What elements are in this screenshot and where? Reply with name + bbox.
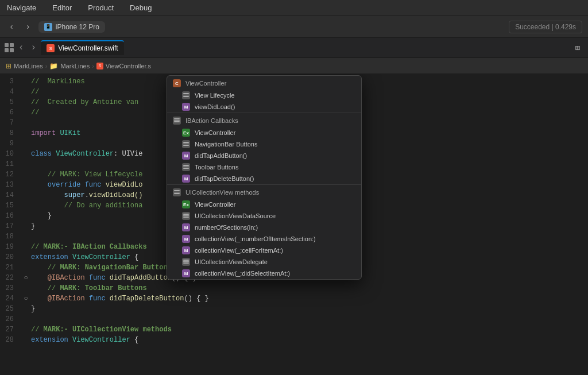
popup-item-didtapadd[interactable]: M didTapAddButton()	[167, 150, 361, 161]
badge-list-icon-7	[182, 258, 190, 266]
breadcrumb-viewcontroller[interactable]: S ViewController.s	[96, 63, 151, 69]
tab-viewcontroller[interactable]: S ViewController.swift	[41, 40, 123, 55]
popup-header-ibaction[interactable]: IBAction Callbacks	[167, 113, 361, 127]
code-line: 26	[0, 314, 588, 324]
code-line: 28 extension ViewController {	[0, 335, 588, 345]
popup-item-label: UICollectionViewDataSource	[195, 212, 276, 219]
popup-section-1: C ViewController View Lifecycle M viewDi…	[167, 76, 361, 113]
popup-item-label: numberOfSections(in:)	[195, 224, 258, 231]
code-line: 25 }	[0, 304, 588, 314]
swift-file-icon: S	[47, 44, 55, 52]
build-status: Succeeded | 0.429s	[509, 21, 582, 33]
device-name: iPhone 12 Pro	[56, 23, 99, 31]
popup-item-label: Toolbar Buttons	[195, 164, 238, 171]
code-editor[interactable]: 3 // MarkLines 4 // 5 // Created by Anto…	[0, 74, 588, 375]
assistant-editor-btn[interactable]: ⊞	[572, 41, 583, 55]
breadcrumb-sep-2: ›	[92, 63, 94, 69]
badge-list-icon	[182, 91, 190, 99]
tab-label: ViewController.swift	[58, 44, 118, 52]
popup-item-label: didTapDeleteButton()	[195, 175, 254, 182]
badge-m-icon-2: M	[182, 152, 190, 160]
code-line: 23 // MARK: Toolbar Buttons	[0, 283, 588, 293]
popup-item-ext-1[interactable]: Ex ViewController	[167, 127, 361, 138]
popup-item-viewdidload[interactable]: M viewDidLoad()	[167, 101, 361, 113]
breadcrumb-sep-1: ›	[45, 63, 48, 69]
popup-item-ext-2[interactable]: Ex ViewController	[167, 199, 361, 210]
popup-item-label: NavigationBar Buttons	[195, 141, 257, 148]
badge-c-icon: C	[173, 79, 181, 87]
folder-icon-2: 📁	[49, 62, 58, 70]
code-line: 27 // MARK:- UICollectionView methods	[0, 324, 588, 335]
popup-header-viewcontroller-1[interactable]: C ViewController	[167, 76, 361, 90]
swift-icon: S	[96, 63, 103, 69]
badge-m-icon-4: M	[182, 223, 190, 231]
popup-item-numberofsections[interactable]: M numberOfSections(in:)	[167, 222, 361, 233]
symbol-navigator-popup[interactable]: C ViewController View Lifecycle M viewDi…	[167, 75, 362, 280]
popup-item-label: ViewController	[195, 129, 235, 136]
popup-item-view-lifecycle[interactable]: View Lifecycle	[167, 90, 361, 101]
popup-item-didselectitem[interactable]: M collectionView(_:didSelectItemAt:)	[167, 268, 361, 279]
badge-m-icon-3: M	[182, 175, 190, 183]
breadcrumb: ⊞ MarkLines › 📁 MarkLines › S ViewContro…	[0, 58, 588, 74]
badge-list-icon-5	[173, 188, 181, 196]
breadcrumb-label-2: MarkLines	[60, 63, 90, 69]
popup-item-navbar-buttons[interactable]: NavigationBar Buttons	[167, 138, 361, 150]
badge-list-icon-2	[173, 117, 181, 125]
badge-m-icon: M	[182, 103, 190, 111]
device-selector[interactable]: 📱 iPhone 12 Pro	[38, 21, 105, 33]
popup-item-delegate[interactable]: UICollectionViewDelegate	[167, 256, 361, 268]
tab-nav-next[interactable]: ›	[29, 42, 39, 53]
badge-e-icon-2: Ex	[182, 200, 190, 208]
tab-bar: ‹ › S ViewController.swift ⊞	[0, 38, 588, 58]
popup-header-label-1: ViewController	[185, 80, 226, 87]
badge-m-icon-5: M	[182, 235, 190, 243]
popup-item-didtapdelete[interactable]: M didTapDeleteButton()	[167, 173, 361, 184]
popup-item-numberofitems[interactable]: M collectionView(_:numberOfItemsInSectio…	[167, 233, 361, 245]
popup-item-toolbar-buttons[interactable]: Toolbar Buttons	[167, 161, 361, 173]
popup-section-3: UICollectionView methods Ex ViewControll…	[167, 185, 361, 279]
popup-section-2: IBAction Callbacks Ex ViewController Nav…	[167, 113, 361, 185]
popup-item-label: View Lifecycle	[195, 92, 235, 99]
forward-button[interactable]: ›	[22, 21, 33, 33]
popup-item-label: UICollectionViewDelegate	[195, 258, 268, 265]
code-line: 24 ○ @IBAction func didTapDeleteButton()…	[0, 293, 588, 304]
badge-m-icon-6: M	[182, 246, 190, 254]
popup-header-label-2: IBAction Callbacks	[185, 117, 238, 124]
popup-item-label: ViewController	[195, 201, 235, 208]
popup-header-label-3: UICollectionView methods	[185, 189, 259, 196]
popup-item-label: collectionView(_:numberOfItemsInSection:…	[195, 235, 316, 242]
menu-bar: Navigate Editor Product Debug	[0, 0, 588, 16]
menu-navigate[interactable]: Navigate	[5, 2, 38, 13]
tab-nav-prev[interactable]: ‹	[16, 42, 26, 53]
back-button[interactable]: ‹	[6, 21, 17, 33]
menu-debug[interactable]: Debug	[127, 2, 154, 13]
folder-icon: ⊞	[6, 62, 11, 70]
breadcrumb-marklines-root[interactable]: ⊞ MarkLines	[6, 62, 43, 70]
badge-e-icon: Ex	[182, 129, 190, 137]
popup-item-label: viewDidLoad()	[195, 103, 235, 110]
editor-area: 3 // MarkLines 4 // 5 // Created by Anto…	[0, 74, 588, 375]
popup-header-collectionview[interactable]: UICollectionView methods	[167, 185, 361, 199]
badge-list-icon-6	[182, 212, 190, 220]
popup-item-label: collectionView(_:cellForItemAt:)	[195, 247, 283, 254]
breadcrumb-marklines[interactable]: 📁 MarkLines	[49, 62, 90, 70]
popup-item-cellforitem[interactable]: M collectionView(_:cellForItemAt:)	[167, 245, 361, 256]
toolbar: ‹ › 📱 iPhone 12 Pro Succeeded | 0.429s	[0, 16, 588, 38]
badge-list-icon-3	[182, 140, 190, 148]
breadcrumb-label-1: MarkLines	[14, 63, 43, 69]
breadcrumb-label-3: ViewController.s	[106, 63, 151, 69]
popup-item-datasource[interactable]: UICollectionViewDataSource	[167, 210, 361, 222]
badge-m-icon-7: M	[182, 269, 190, 277]
grid-icon[interactable]	[5, 43, 14, 52]
device-icon: 📱	[44, 23, 52, 31]
popup-item-label: didTapAddButton()	[195, 152, 247, 159]
menu-product[interactable]: Product	[86, 2, 116, 13]
popup-item-label: collectionView(_:didSelectItemAt:)	[195, 270, 290, 277]
menu-editor[interactable]: Editor	[50, 2, 74, 13]
badge-list-icon-4	[182, 163, 190, 171]
